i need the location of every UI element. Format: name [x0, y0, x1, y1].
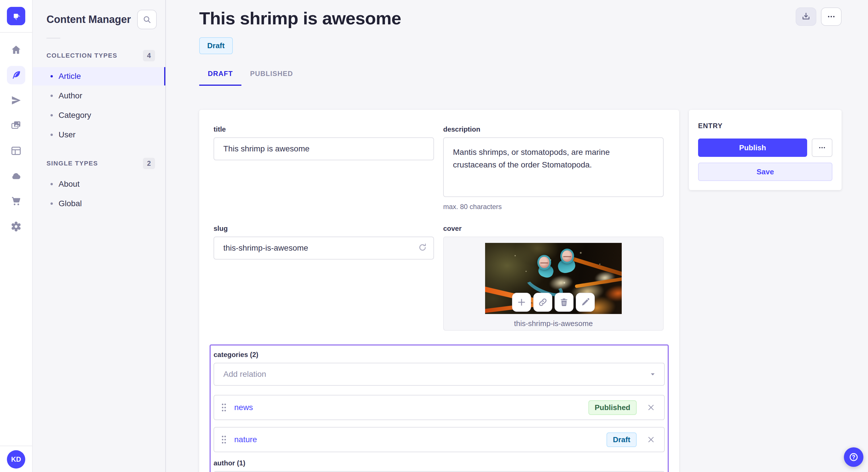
remove-relation-button[interactable]: [645, 434, 657, 445]
gear-icon: [10, 221, 22, 232]
edit-form-card: title description Mantis shrimps, or sto…: [199, 110, 679, 472]
categories-add-relation-select[interactable]: Add relation: [214, 363, 665, 386]
app-root: KD Content Manager COLLECTION TYPES 4 Ar…: [0, 0, 868, 472]
select-placeholder: Add relation: [223, 370, 266, 379]
title-field: title: [214, 125, 434, 211]
page-more-actions-button[interactable]: [821, 7, 842, 26]
chevron-down-icon: [649, 370, 657, 378]
sidebar-item-global[interactable]: Global: [33, 194, 165, 213]
main-content: This shrimp is awesome Draft DRAFT PUBLI…: [166, 0, 868, 472]
trash-icon: [559, 297, 569, 307]
avatar-initials: KD: [11, 456, 21, 463]
cloud-icon: [10, 170, 22, 182]
download-icon: [801, 11, 811, 22]
sidebar-item-about[interactable]: About: [33, 175, 165, 193]
strapi-logo-icon: [10, 10, 22, 22]
bullet-icon: [51, 75, 53, 77]
slug-field-label: slug: [214, 225, 434, 233]
refresh-icon: [417, 242, 428, 252]
close-icon: [646, 403, 656, 412]
edit-media-button[interactable]: [576, 293, 595, 312]
title-input[interactable]: [214, 137, 434, 160]
bullet-icon: [51, 114, 53, 116]
nav-marketplace-button[interactable]: [7, 192, 25, 210]
home-icon: [10, 44, 22, 56]
close-icon: [646, 435, 656, 444]
nav-divider-top: [0, 32, 32, 33]
tab-published[interactable]: PUBLISHED: [241, 66, 301, 86]
page-title: This shrimp is awesome: [199, 7, 401, 29]
description-field-label: description: [443, 125, 663, 133]
link-icon: [538, 297, 548, 307]
categories-relation-field: categories (2) Add relation: [214, 351, 665, 452]
search-icon: [142, 14, 152, 24]
nav-deploy-cloud-button[interactable]: [7, 167, 25, 185]
ellipsis-icon: [817, 143, 827, 152]
sidebar-item-author[interactable]: Author: [33, 87, 165, 105]
user-avatar[interactable]: KD: [7, 450, 25, 469]
relation-item-nature: nature Draft: [214, 427, 665, 452]
title-field-label: title: [214, 125, 434, 133]
cart-icon: [10, 196, 22, 207]
cover-image: [485, 243, 622, 314]
sidebar-item-category[interactable]: Category: [33, 106, 165, 125]
sidebar-item-label: Author: [59, 91, 82, 100]
bullet-icon: [51, 202, 53, 205]
ellipsis-icon: [826, 11, 836, 22]
tab-draft[interactable]: DRAFT: [199, 66, 241, 86]
author-relation-field: author (1) Add relation David Doe: [214, 459, 665, 472]
search-button[interactable]: [137, 10, 157, 29]
nav-content-type-builder-button[interactable]: [7, 142, 25, 160]
strapi-logo[interactable]: [7, 7, 25, 25]
publish-button[interactable]: Publish: [698, 138, 807, 157]
relation-status-badge: Draft: [607, 432, 637, 447]
remove-relation-button[interactable]: [645, 402, 657, 413]
cover-field: cover: [443, 225, 663, 331]
nav-home-button[interactable]: [7, 41, 25, 59]
sidebar-item-article[interactable]: Article: [33, 67, 165, 86]
cover-filename: this-shrimp-is-awesome: [514, 319, 593, 328]
section-label-collection-types: COLLECTION TYPES: [46, 52, 117, 59]
export-button[interactable]: [796, 7, 816, 26]
sidebar-divider: [46, 38, 60, 38]
sidebar-item-user[interactable]: User: [33, 126, 165, 144]
drag-handle-icon[interactable]: [221, 435, 227, 444]
cover-field-label: cover: [443, 225, 663, 233]
help-button[interactable]: [844, 447, 863, 467]
bullet-icon: [51, 183, 53, 185]
nav-settings-button[interactable]: [7, 217, 25, 236]
save-button[interactable]: Save: [698, 163, 832, 181]
regenerate-slug-button[interactable]: [417, 242, 428, 255]
delete-media-button[interactable]: [555, 293, 574, 312]
add-media-button[interactable]: [512, 293, 531, 312]
copy-link-button[interactable]: [533, 293, 552, 312]
paper-plane-icon: [10, 95, 22, 106]
single-types-count-badge: 2: [143, 158, 155, 169]
relation-link[interactable]: news: [234, 403, 588, 412]
nav-content-manager-button[interactable]: [7, 66, 25, 84]
slug-input[interactable]: [214, 237, 434, 260]
entry-panel: ENTRY Publish Save: [689, 110, 842, 190]
slug-field: slug: [214, 225, 434, 331]
content-manager-sidebar: Content Manager COLLECTION TYPES 4 Artic…: [33, 0, 166, 472]
drag-handle-icon[interactable]: [221, 403, 227, 412]
categories-label: categories (2): [214, 351, 665, 359]
relation-link[interactable]: nature: [234, 435, 607, 444]
nav-divider-bottom: [0, 446, 32, 446]
description-textarea[interactable]: Mantis shrimps, or stomatopods, are mari…: [443, 137, 663, 197]
nav-releases-button[interactable]: [7, 91, 25, 109]
description-hint: max. 80 characters: [443, 203, 663, 211]
relation-item-news: news Published: [214, 395, 665, 420]
plus-icon: [516, 297, 527, 307]
sidebar-item-label: Article: [59, 72, 81, 81]
feather-icon: [10, 69, 22, 81]
draft-published-tabs: DRAFT PUBLISHED: [199, 66, 842, 86]
media-library-icon: [10, 120, 22, 131]
entry-panel-title: ENTRY: [698, 122, 832, 130]
author-label: author (1): [214, 459, 665, 467]
entry-more-actions-button[interactable]: [812, 138, 832, 157]
collection-types-count-badge: 4: [143, 50, 155, 61]
nav-media-library-button[interactable]: [7, 116, 25, 135]
main-nav-rail: KD: [0, 0, 33, 472]
question-mark-icon: [848, 451, 859, 463]
